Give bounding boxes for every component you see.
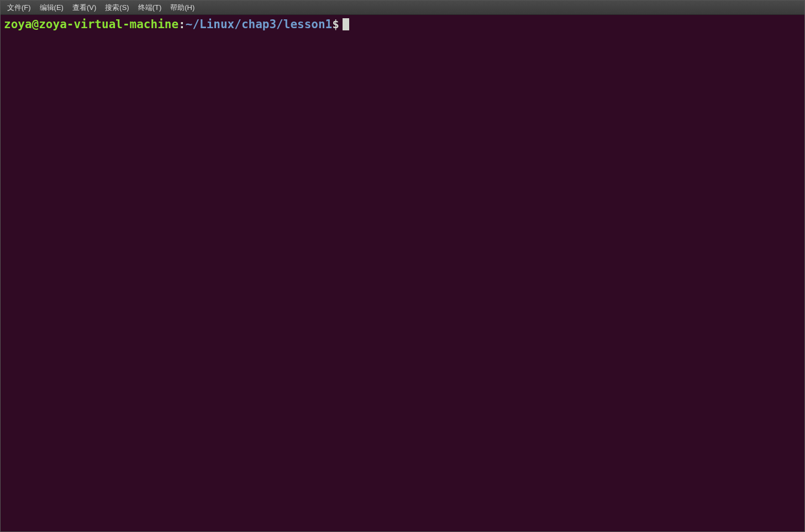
menu-terminal[interactable]: 终端(T) (134, 1, 166, 14)
prompt-user-host: zoya@zoya-virtual-machine (4, 17, 178, 31)
menu-file[interactable]: 文件(F) (3, 1, 35, 14)
menu-edit[interactable]: 编辑(E) (35, 1, 68, 14)
prompt-colon: : (178, 17, 186, 31)
terminal-cursor (343, 18, 349, 30)
menu-bar: 文件(F) 编辑(E) 查看(V) 搜索(S) 终端(T) 帮助(H) (1, 1, 804, 15)
prompt-path: ~/Linux/chap3/lesson1 (186, 17, 333, 31)
menu-help[interactable]: 帮助(H) (166, 1, 199, 14)
terminal-area[interactable]: zoya@zoya-virtual-machine:~/Linux/chap3/… (1, 15, 804, 531)
menu-search[interactable]: 搜索(S) (101, 1, 133, 14)
menu-view[interactable]: 查看(V) (68, 1, 101, 14)
prompt-dollar: $ (332, 17, 339, 31)
prompt-line: zoya@zoya-virtual-machine:~/Linux/chap3/… (4, 17, 801, 31)
